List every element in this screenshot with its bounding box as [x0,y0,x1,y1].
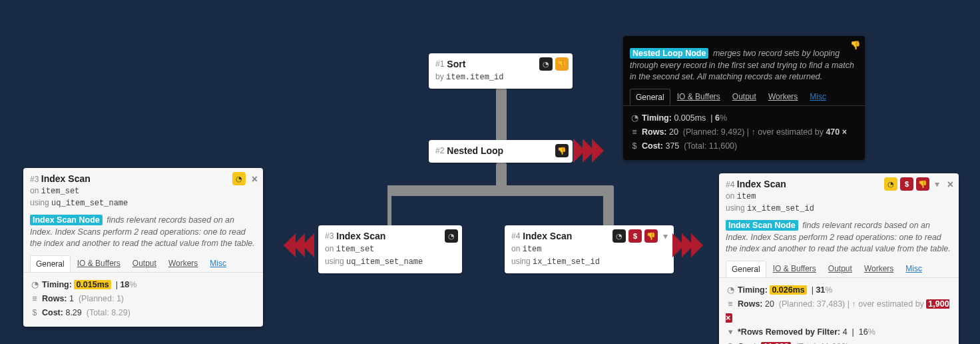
node-badges: ◔ [445,229,458,243]
timing-pct: 18 [120,280,129,289]
tab-workers[interactable]: Workers [859,261,899,277]
clock-icon: ◔ [884,177,897,191]
rows-val: 20 [669,127,678,137]
timing-val: 0.015ms [74,280,111,289]
list-icon: ≡ [630,125,639,139]
clock-icon: ◔ [612,229,626,243]
node-num: #1 [435,59,444,69]
dollar-icon: $ [30,306,39,320]
stat-removed: ▾*Rows Removed by Filter: 4 | 16% [726,325,952,339]
card-description: Index Scan Node finds relevant records b… [719,217,959,261]
list-icon: ≡ [30,292,39,306]
timing-pct: 31 [816,285,825,295]
using-val: uq_item_set_name [346,257,423,267]
node-badges: ◔ 👎 [539,57,569,71]
tab-output[interactable]: Output [727,89,762,105]
thumb-down-icon: 👎 [850,40,861,50]
clock-icon: ◔ [726,283,735,297]
connector [496,88,507,141]
dollar-icon: $ [726,340,735,345]
using-label: using [726,203,745,213]
cost-val: 8.29 [65,308,81,317]
tab-general[interactable]: General [630,89,670,105]
using-val: uq_item_set_name [51,199,128,208]
tab-misc[interactable]: Misc [900,261,927,277]
timing-val: 0.005ms [674,113,706,123]
on-label: on [511,244,520,253]
rows-label: Rows: [42,294,67,303]
node-title: Nested Loop [447,145,503,156]
filter-icon: ▾ [660,231,670,241]
tab-io[interactable]: IO & Buffers [768,261,822,277]
using-label: using [325,257,344,266]
tab-general[interactable]: General [30,255,71,272]
detail-card-nested-loop: 👎 Nested Loop Node merges two record set… [623,36,865,160]
node-num: #4 [511,231,520,241]
on-val: item_set [41,187,80,196]
thumb-down-icon: 👎 [555,144,569,157]
filter-icon: ▾ [726,325,735,339]
desc-tag: Index Scan Node [726,220,798,231]
card-num: #3 [30,175,39,184]
rows-val: 1 [69,294,74,303]
rows-val: 20 [765,299,774,309]
stat-cost: $Cost: 8.29 (Total: 8.29) [30,306,256,320]
timing-pct: 6 [715,113,720,123]
using-label: using [511,257,531,266]
timing-label: Timing: [642,113,672,123]
stat-cost: $Cost: 11,200 (Total: 11,200) [726,340,952,345]
removed-val: 4 [843,327,848,337]
node-sort[interactable]: #1 Sort by item.item_id ◔ 👎 [429,53,573,89]
on-val: item [523,245,542,254]
tab-output[interactable]: Output [823,261,858,277]
clock-icon: ◔ [630,111,639,125]
removed-pct: 16 [859,327,868,337]
tab-output[interactable]: Output [127,255,162,272]
desc-tag: Nested Loop Node [630,48,708,59]
card-description: Index Scan Node finds relevant records b… [23,212,263,255]
tab-workers[interactable]: Workers [163,255,203,272]
tabs: General IO & Buffers Output Workers Misc [23,255,263,273]
rows-label: Rows: [738,299,763,309]
clock-icon: ◔ [539,57,553,71]
node-index-scan-3[interactable]: #3 Index Scan on item_set using uq_item_… [318,225,462,273]
tab-general[interactable]: General [726,261,766,277]
node-index-scan-4[interactable]: #4 Index Scan on item using ix_item_set_… [505,225,674,273]
chevron-right-icon [675,233,703,257]
rows-label: Rows: [642,127,667,137]
cost-label: Cost: [42,308,63,317]
close-icon[interactable]: × [252,173,258,185]
by-label: by [435,72,444,81]
stat-timing: ◔Timing: 0.015ms | 18% [30,278,256,292]
tab-misc[interactable]: Misc [804,89,832,105]
stat-cost: $Cost: 375 (Total: 11,600) [630,139,858,153]
card-badges: ◔ [232,172,246,185]
card-description: Nested Loop Node merges two record sets … [623,45,865,89]
stats: ◔Timing: 0.005ms | 6% ≡Rows: 20 (Planned… [623,106,865,161]
node-nested-loop[interactable]: #2 Nested Loop 👎 [429,140,573,163]
tab-misc[interactable]: Misc [204,255,232,272]
detail-card-index-scan-3: #3 Index Scan on item_set using uq_item_… [23,168,263,327]
stat-rows: ≡Rows: 20 (Planned: 9,492) | ↑ over esti… [630,125,858,139]
clock-icon: ◔ [30,278,39,292]
thumb-down-icon: 👎 [555,57,569,71]
card-title: Index Scan [737,179,786,189]
tab-workers[interactable]: Workers [763,89,803,105]
connector [387,185,614,196]
timing-label: Timing: [738,285,768,295]
connector [603,185,614,227]
tab-io[interactable]: IO & Buffers [72,255,126,272]
cost-label: Cost: [642,141,663,151]
tabs: General IO & Buffers Output Workers Misc [623,89,865,106]
node-num: #2 [435,146,444,155]
clock-icon: ◔ [232,172,246,185]
cost-val: 11,200 [761,342,790,345]
tab-io[interactable]: IO & Buffers [672,89,726,105]
thumb-down-icon: 👎 [644,229,658,243]
detail-card-index-scan-4: #4 Index Scan on item using ix_item_set_… [719,173,959,344]
close-icon[interactable]: × [947,179,953,191]
card-badges: ◔ $ 👎 ▾ [884,177,941,191]
thumb-down-icon: 👎 [916,177,929,191]
node-badges: ◔ $ 👎 ▾ [612,229,670,243]
stats: ◔Timing: 0.015ms | 18% ≡Rows: 1 (Planned… [23,273,263,327]
